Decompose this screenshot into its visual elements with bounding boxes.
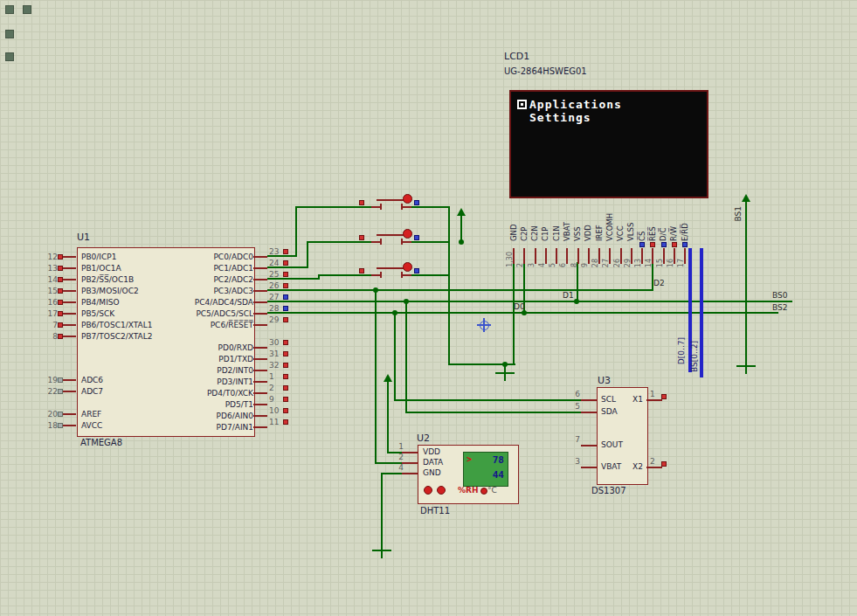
pin-name: VDD [423,447,440,456]
pin-number: 26 [269,281,283,290]
button-cap-icon[interactable] [403,262,412,272]
push-button-2[interactable] [371,232,411,250]
wire [411,241,449,243]
pin-state-indicator [661,461,667,467]
pin-number: 1,30 [506,252,514,267]
pin-stub [63,256,76,258]
push-button-1[interactable] [371,197,411,215]
pin-name: PD1/TXD [149,355,253,363]
sheet-marker [5,30,14,38]
pin-name: VBAT [563,197,572,241]
pin-number: 10 [269,406,283,415]
pin-state-indicator [283,397,288,402]
pin-name: PD6/AIN0 [149,412,253,420]
wire-scl [394,312,396,401]
pin-name: PB7/TOSC2/XTAL2 [81,332,152,341]
pin-column: VSS 8 [573,197,584,264]
pin-name: VBAT [601,462,621,471]
pin-state-indicator [661,394,667,399]
pin-stub [253,404,267,405]
pin-stub [253,426,267,428]
wire [448,206,450,365]
junction-dot [502,362,508,367]
oled-screen[interactable]: Applications Settings [509,90,708,198]
pin-state-indicator [359,235,364,240]
pin-name: ADC6 [81,376,103,384]
pin-row: 15 PB3/MOSI/OC2 [40,285,152,296]
pin-state-indicator [359,268,364,273]
pin-name: C̅S̅ [638,197,647,241]
u1-aux-pins: 20 AREF 18 AVCC [40,408,102,431]
net-label-d0: D0 [514,302,525,311]
button-cap-icon[interactable] [403,229,412,239]
pin-stub [253,415,267,417]
pin-stub [63,313,76,315]
pin-stub [63,324,76,326]
pin-number: 14 [645,259,653,267]
junction-dot [392,310,397,315]
pin-row: PD6/AIN0 10 [149,410,288,421]
pin-number: 2 [650,457,655,466]
pin-number: 17 [677,259,685,267]
power-terminal [382,374,394,393]
pin-name: D/C̅ [659,197,668,241]
pin-number: 14 [40,275,58,284]
pin-row: 12 PB0/ICP1 [40,251,152,262]
wire [307,241,371,243]
wire-bs1 [745,213,747,365]
u2-value: DHT11 [420,506,450,516]
wire-d1 [577,262,578,302]
pin-number: 5 [571,402,580,411]
pin-number: 2 [395,453,404,461]
junction-dot [373,287,378,293]
pin-state-indicator [283,260,288,266]
pin-column: VDD 9 [584,197,594,264]
pin-number: 24 [269,259,283,267]
pin-stub [402,473,418,474]
pin-number: 26 [613,259,621,267]
pin-number: 4 [538,263,546,267]
ground-terminal [372,550,391,560]
pin-state-indicator [283,363,288,368]
wire [318,274,371,276]
bus-label-d: D[0..7] [677,337,686,364]
temperature-legend: °C [487,486,497,495]
net-label-d2: D2 [653,279,665,287]
pin-number: 31 [269,350,283,358]
wire-sda [405,412,581,413]
pin-state-indicator [672,242,677,247]
pin-name: AVCC [81,421,102,430]
pin-name: X1 [627,395,643,404]
lcd1-ref: LCD1 [504,51,529,62]
pin-state-indicator [283,374,288,379]
pin-number: 20 [40,410,58,419]
pin-number: 16 [40,298,58,307]
pin-name: C1N [552,197,562,241]
wire-scl [394,399,581,401]
button-cap-icon[interactable] [403,194,412,204]
pin-stub [63,425,76,426]
net-label-d1: D1 [563,291,574,300]
pin-number: 29 [269,315,283,324]
pin-state-indicator [661,242,667,247]
pin-stub [253,358,267,360]
pin-number: 4 [395,463,404,472]
pin-number: 2 [516,263,524,267]
pin-state-indicator [283,249,288,254]
pin-stub [646,399,662,401]
pin-column: VCC 26 [616,197,626,264]
pin-row: 8 PB7/TOSC2/XTAL2 [40,330,152,342]
pin-state-indicator [359,200,364,205]
wire-sda [405,301,407,413]
pin-name: VDD [584,197,593,241]
pin-name: IREF [595,197,605,241]
pin-column: R/W̅ 16 [669,197,680,264]
u3-value: DS1307 [591,486,626,495]
u1-adc-pins: 19 ADC6 22 ADC7 [40,374,103,397]
power-terminal [740,194,752,213]
wire-gnd [381,473,383,550]
push-button-3[interactable] [371,266,411,283]
oled-menu-item-applications: Applications [529,98,622,111]
pin-stub [253,381,267,383]
pin-number: 27 [602,259,610,267]
